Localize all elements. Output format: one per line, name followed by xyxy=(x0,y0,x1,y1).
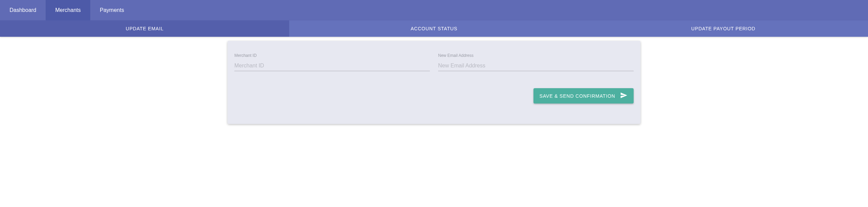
new-email-label: New Email Address xyxy=(438,53,634,58)
sub-navigation: UPDATE EMAIL ACCOUNT STATUS UPDATE PAYOU… xyxy=(0,20,868,37)
content-area: Merchant ID New Email Address SAVE & SEN… xyxy=(0,37,868,128)
send-icon xyxy=(620,92,627,100)
top-navigation: Dashboard Merchants Payments xyxy=(0,0,868,20)
new-email-input[interactable] xyxy=(438,61,634,71)
nav-item-payments[interactable]: Payments xyxy=(90,0,134,20)
save-send-confirmation-button[interactable]: SAVE & SEND CONFIRMATION xyxy=(533,88,634,104)
tab-update-payout-period[interactable]: UPDATE PAYOUT PERIOD xyxy=(579,20,868,37)
tab-update-email[interactable]: UPDATE EMAIL xyxy=(0,20,289,37)
merchant-id-input[interactable] xyxy=(234,61,430,71)
nav-item-merchants[interactable]: Merchants xyxy=(46,0,90,20)
button-row: SAVE & SEND CONFIRMATION xyxy=(234,88,634,104)
update-email-card: Merchant ID New Email Address SAVE & SEN… xyxy=(228,41,640,124)
merchant-id-label: Merchant ID xyxy=(234,53,430,58)
new-email-field-group: New Email Address xyxy=(438,53,634,71)
tab-account-status[interactable]: ACCOUNT STATUS xyxy=(289,20,578,37)
save-button-label: SAVE & SEND CONFIRMATION xyxy=(540,93,615,99)
merchant-id-field-group: Merchant ID xyxy=(234,53,430,71)
nav-item-dashboard[interactable]: Dashboard xyxy=(0,0,46,20)
form-row: Merchant ID New Email Address xyxy=(234,53,634,71)
